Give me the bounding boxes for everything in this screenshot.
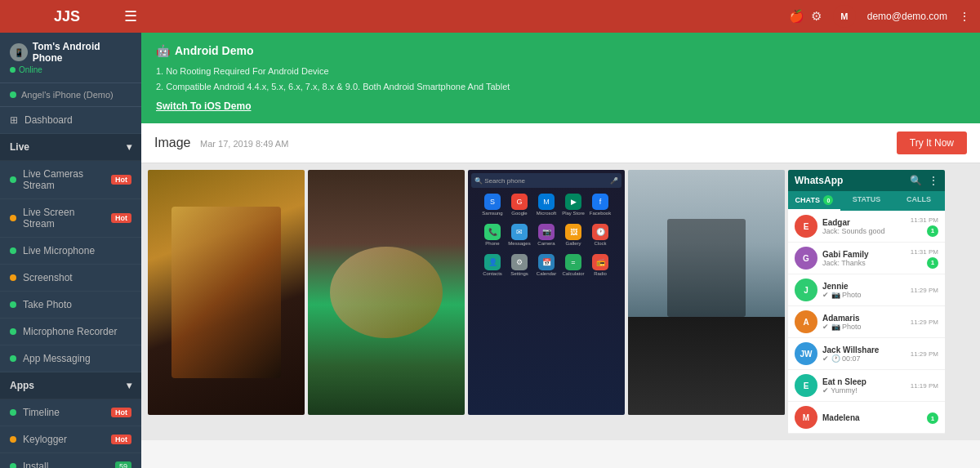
more-icon[interactable]: ⋮ <box>959 10 970 23</box>
dot-icon <box>10 355 16 362</box>
try-it-button[interactable]: Try It Now <box>897 131 967 154</box>
phone-topbar: 🔍 Search phone 🎤 <box>471 173 621 188</box>
app-label: Facebook <box>590 211 611 216</box>
wa-chat-eatnsleep[interactable]: E Eat n Sleep ✔ Yummy! 11:19 PM <box>788 370 945 402</box>
wa-meta: 11:29 PM <box>911 350 938 358</box>
phone-app-clock: 🕐 Clock <box>588 221 612 248</box>
wa-header-icons: 🔍 ⋮ <box>910 175 938 186</box>
settings-icon[interactable]: ⚙ <box>811 9 822 24</box>
android-icon: 🤖 <box>156 44 170 57</box>
dot-icon <box>10 409 16 416</box>
promo-banner: 🤖 Android Demo 1. No Rooting Required Fo… <box>141 33 980 123</box>
wa-chat-adamaris[interactable]: A Adamaris ✔ 📷 Photo 11:29 PM <box>788 306 945 338</box>
alt-device-item[interactable]: Angel's iPhone (Demo) <box>0 83 141 107</box>
phone-mic-icon: 🎤 <box>610 177 618 185</box>
sidebar-section-live[interactable]: Live ▾ <box>0 134 141 161</box>
whatsapp-panel: WhatsApp 🔍 ⋮ CHATS 0 STATUS CALLS E <box>788 170 945 434</box>
image-item-2[interactable] <box>308 170 465 415</box>
phone-app-radio: 📻 Radio <box>588 251 612 279</box>
wa-avatar: JW <box>795 342 817 365</box>
phone-app-facebook: f Facebook <box>588 190 612 218</box>
dot-icon <box>10 301 16 308</box>
brand-logo: JJS <box>10 8 124 25</box>
dot-icon <box>10 463 16 468</box>
wa-contact-name: Madelena <box>822 413 922 422</box>
app-icon: 👤 <box>484 254 501 270</box>
sidebar-item-screen-stream[interactable]: Live Screen Stream Hot <box>0 199 141 238</box>
app-label: Clock <box>594 241 606 246</box>
app-label: Phone <box>485 241 499 246</box>
app-icon: 📻 <box>592 254 608 270</box>
wa-header: WhatsApp 🔍 ⋮ <box>788 170 945 191</box>
main-layout: 📱 Tom's Android Phone Online Angel's iPh… <box>0 33 980 468</box>
wa-chat-info: Eadgar Jack: Sounds good <box>822 218 906 235</box>
wa-more-icon[interactable]: ⋮ <box>929 175 938 186</box>
sidebar-item-dashboard[interactable]: ⊞ Dashboard <box>0 107 141 134</box>
app-label: Samsung <box>482 211 502 216</box>
app-label: Google <box>511 211 527 216</box>
app-icon: 🖼 <box>565 224 581 240</box>
num-badge: 59 <box>115 461 131 468</box>
alt-device-dot <box>10 91 16 98</box>
wa-chat-gabi[interactable]: G Gabi Family Jack: Thanks 11:31 PM 1 <box>788 243 945 274</box>
phone-app-gallery: 🖼 Gallery <box>561 221 586 248</box>
app-label: Calendar <box>537 271 556 276</box>
phone-app-settings: ⚙ Settings <box>507 251 532 279</box>
wa-tab-chats[interactable]: CHATS 0 <box>788 191 840 211</box>
wa-chat-jack[interactable]: JW Jack Willshare ✔ 🕐 00:07 11:29 PM <box>788 338 945 370</box>
wa-unread-badge: 1 <box>927 412 938 424</box>
wa-time: 11:31 PM <box>911 248 938 256</box>
phone-app-calculator: = Calculator <box>561 251 586 279</box>
wa-chat-jennie[interactable]: J Jennie ✔ 📷 Photo 11:29 PM <box>788 274 945 306</box>
wa-chat-info: Gabi Family Jack: Thanks <box>822 250 906 267</box>
sidebar-section-apps[interactable]: Apps ▾ <box>0 372 141 399</box>
wa-last-msg: ✔ 📷 Photo <box>822 323 906 331</box>
wa-last-msg: Jack: Thanks <box>822 259 906 267</box>
image-item-1[interactable] <box>148 170 305 415</box>
wa-chat-eadgar[interactable]: E Eadgar Jack: Sounds good 11:31 PM 1 <box>788 211 945 243</box>
hamburger-menu[interactable]: ☰ <box>124 7 137 25</box>
sidebar-item-install[interactable]: Install 59 <box>0 453 141 468</box>
wa-time: 11:29 PM <box>911 319 938 326</box>
app-icon: 📷 <box>538 224 555 240</box>
app-label: Messages <box>508 241 530 246</box>
wa-meta: 11:29 PM <box>911 287 938 294</box>
wa-tabs: CHATS 0 STATUS CALLS <box>788 191 945 211</box>
app-icon: 📞 <box>484 224 501 240</box>
sidebar-item-timeline[interactable]: Timeline Hot <box>0 399 141 426</box>
sidebar-item-microphone[interactable]: Live Microphone <box>0 238 141 265</box>
avatar[interactable]: M <box>833 5 856 28</box>
wa-avatar: E <box>795 374 817 397</box>
promo-line2: 2. Compatible Android 4.4.x, 5.x, 6.x, 7… <box>156 79 965 95</box>
sidebar-item-microphone-recorder[interactable]: Microphone Recorder <box>0 319 141 345</box>
app-label: Camera <box>537 241 555 246</box>
wa-tab-calls[interactable]: CALLS <box>893 191 945 211</box>
wa-chat-madelena[interactable]: M Madelena 1 <box>788 402 945 434</box>
wa-tab-status[interactable]: STATUS <box>840 191 893 211</box>
phone-app-camera: 📷 Camera <box>534 221 559 248</box>
sidebar-item-cameras-stream[interactable]: Live Cameras Stream Hot <box>0 161 141 199</box>
apple-icon[interactable]: 🍎 <box>789 9 804 24</box>
wa-contact-name: Eadgar <box>822 218 906 227</box>
phone-app-samsung: S Samsung <box>480 190 505 218</box>
app-icon: M <box>538 194 555 210</box>
image-item-4[interactable] <box>628 170 785 415</box>
sidebar-item-take-photo[interactable]: Take Photo <box>0 292 141 319</box>
app-label: Play Store <box>562 211 585 216</box>
wa-avatar: J <box>795 279 817 301</box>
app-icon: 🕐 <box>592 224 608 240</box>
image-item-3[interactable]: 🔍 Search phone 🎤 S Samsung G Google <box>468 170 625 415</box>
phone-app-messages: ✉ Messages <box>507 221 532 248</box>
app-icon: S <box>484 194 501 210</box>
app-icon: f <box>592 194 608 210</box>
wa-contact-name: Adamaris <box>822 314 906 323</box>
wa-chat-info: Adamaris ✔ 📷 Photo <box>822 314 906 331</box>
sidebar-item-keylogger[interactable]: Keylogger Hot <box>0 426 141 453</box>
online-badge: Online <box>10 65 131 74</box>
sidebar-item-app-messaging[interactable]: App Messaging <box>0 345 141 372</box>
wa-search-icon[interactable]: 🔍 <box>910 175 922 186</box>
sidebar-item-screenshot[interactable]: Screenshot <box>0 265 141 292</box>
switch-ios-link[interactable]: Switch To iOS Demo <box>156 100 251 112</box>
online-dot <box>10 67 16 73</box>
app-label: Contacts <box>483 271 502 276</box>
